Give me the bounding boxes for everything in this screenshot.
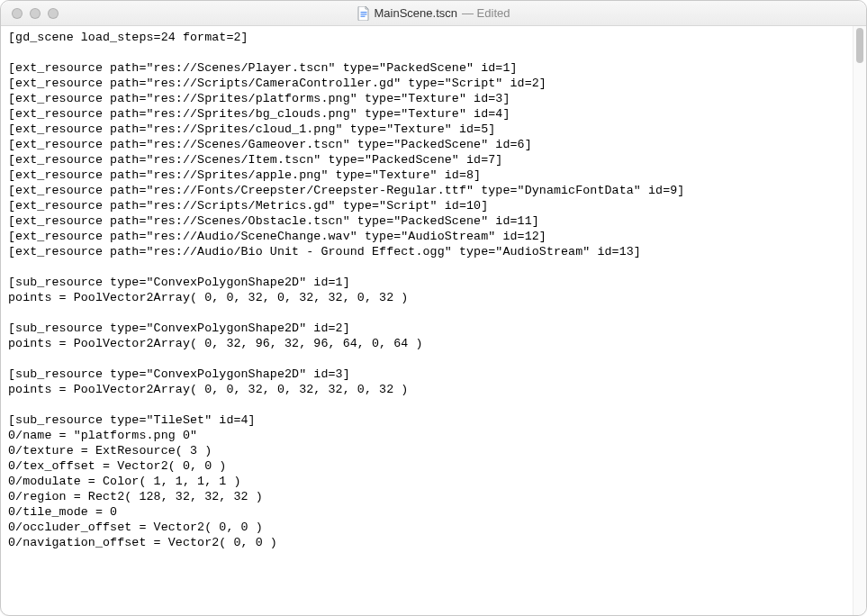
text-editor-body[interactable]: [gd_scene load_steps=24 format=2] [ext_r… <box>1 26 853 615</box>
titlebar-edited-suffix: — Edited <box>462 6 510 20</box>
svg-rect-1 <box>360 14 366 14</box>
file-content[interactable]: [gd_scene load_steps=24 format=2] [ext_r… <box>8 30 845 550</box>
window-title: MainScene.tscn — Edited <box>357 6 510 21</box>
vertical-scrollbar-thumb[interactable] <box>856 28 863 63</box>
minimize-button[interactable] <box>30 8 41 19</box>
zoom-button[interactable] <box>48 8 59 19</box>
content-area: [gd_scene load_steps=24 format=2] [ext_r… <box>1 26 866 615</box>
window-controls <box>1 8 59 19</box>
svg-rect-0 <box>360 12 366 13</box>
document-icon <box>357 6 370 21</box>
close-button[interactable] <box>12 8 23 19</box>
titlebar-filename: MainScene.tscn <box>375 6 458 20</box>
window-titlebar[interactable]: MainScene.tscn — Edited <box>1 1 866 26</box>
svg-rect-2 <box>360 15 365 16</box>
vertical-scrollbar-track[interactable] <box>853 26 866 615</box>
editor-window: MainScene.tscn — Edited [gd_scene load_s… <box>0 0 867 616</box>
